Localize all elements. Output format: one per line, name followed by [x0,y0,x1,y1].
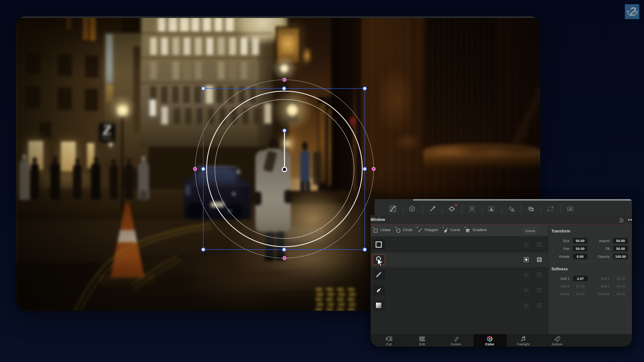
svg-text:3D: 3D [569,208,572,210]
